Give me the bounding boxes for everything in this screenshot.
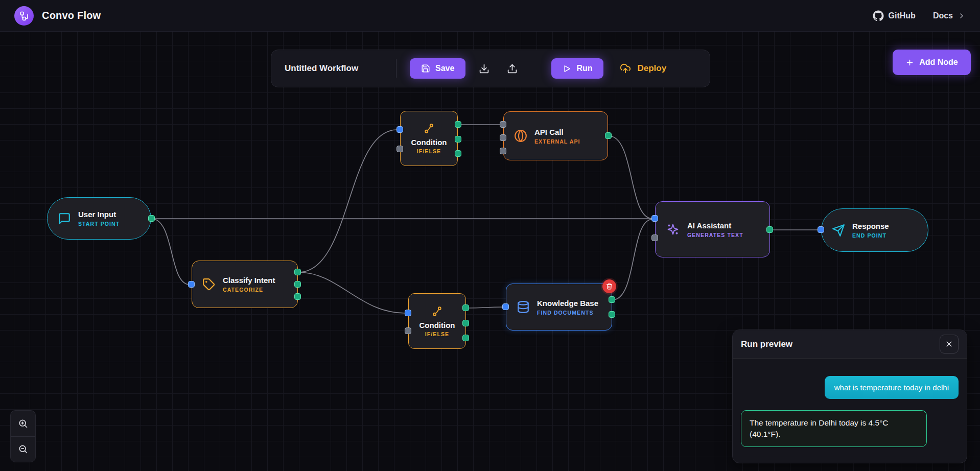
input-handle[interactable] [405,310,411,316]
app-logo [14,6,34,26]
database-icon [517,300,530,314]
run-button[interactable]: Run [551,58,603,79]
output-handle[interactable] [462,304,469,311]
output-handle[interactable] [148,215,155,222]
save-button[interactable]: Save [410,58,465,79]
output-handle[interactable] [455,136,461,143]
tag-icon [202,278,216,291]
input-handle[interactable] [500,121,506,128]
branch-icon [423,123,435,134]
deploy-button[interactable]: Deploy [613,58,673,79]
zoom-out-button[interactable] [11,437,35,462]
node-subtitle: IF/ELSE [425,331,449,337]
canvas[interactable]: User Input START POINT Condition IF/ELSE… [0,0,980,471]
nav-docs-label: Docs [933,11,953,20]
node-title: User Input [78,210,120,219]
input-handle[interactable] [188,281,195,288]
output-handle[interactable] [294,293,301,300]
edge-api-call-ai-assistant[interactable] [609,136,652,219]
download-icon [479,63,489,74]
node-subtitle: END POINT [852,232,889,239]
user-message-bubble: what is temperature today in delhi [825,376,959,399]
node-api-call[interactable]: API Call EXTERNAL API [503,111,608,160]
page-title: Convo Flow [42,10,101,21]
download-button[interactable] [475,59,494,78]
nav-docs-link[interactable]: Docs [933,11,966,20]
output-handle[interactable] [605,132,612,139]
output-handle[interactable] [294,281,301,288]
node-user-input[interactable]: User Input START POINT [47,197,151,240]
output-handle[interactable] [294,269,301,275]
output-handle[interactable] [462,320,469,326]
edge-classify-intent-condition-top[interactable] [298,130,397,272]
save-label: Save [435,64,454,73]
zoom-out-icon [18,444,28,454]
input-handle[interactable] [500,134,506,141]
input-handle[interactable] [396,146,403,152]
branch-icon [431,305,443,317]
play-icon [563,64,571,73]
add-node-button[interactable]: Add Node [893,50,971,75]
input-handle[interactable] [818,226,824,233]
toolbar-divider [396,59,396,78]
edge-classify-intent-condition-bottom[interactable] [298,272,406,313]
header-nav: GitHub Docs [873,10,966,21]
delete-node-button[interactable] [602,279,616,293]
plus-icon [905,58,914,67]
edge-user-input-classify-intent[interactable] [151,219,190,285]
output-handle[interactable] [766,226,773,233]
upload-icon [507,63,518,74]
app-header: Convo Flow GitHub Docs [0,0,980,32]
edge-condition-bottom-knowledge-base[interactable] [466,307,503,308]
close-button[interactable] [940,335,959,354]
run-preview-header: Run preview [733,330,967,359]
sparkles-icon [666,222,680,237]
node-response[interactable]: Response END POINT [821,208,928,252]
run-preview-title: Run preview [741,339,792,349]
node-subtitle: CATEGORIZE [223,287,275,293]
nav-github-label: GitHub [889,11,916,20]
node-title: Condition [411,138,447,147]
node-subtitle: GENERATES TEXT [687,232,743,238]
workflow-toolbar: Save Run Deploy [271,50,710,87]
node-classify-intent[interactable]: Classify Intent CATEGORIZE [192,261,298,308]
output-handle[interactable] [609,296,615,303]
node-subtitle: EXTERNAL API [534,138,580,145]
close-icon [945,340,953,348]
input-handle[interactable] [651,215,658,222]
globe-icon [514,129,527,143]
deploy-label: Deploy [637,63,666,74]
github-icon [873,10,884,21]
zoom-in-button[interactable] [11,411,35,436]
node-ai-assistant[interactable]: AI Assistant GENERATES TEXT [655,201,770,257]
run-preview-panel: Run preview what is temperature today in… [732,329,967,463]
input-handle[interactable] [405,327,411,334]
output-handle[interactable] [609,311,615,318]
run-label: Run [576,64,592,73]
node-knowledge-base[interactable]: Knowledge Base FIND DOCUMENTS [506,284,612,331]
node-subtitle: IF/ELSE [417,148,441,154]
output-handle[interactable] [455,121,461,128]
workflow-name-input[interactable] [284,63,383,74]
node-title: Response [852,222,889,230]
floppy-disk-icon [421,64,430,73]
node-subtitle: FIND DOCUMENTS [537,310,598,316]
output-handle[interactable] [462,335,469,341]
node-title: Classify Intent [223,276,275,285]
input-handle[interactable] [396,126,403,133]
input-handle[interactable] [500,148,506,154]
node-condition-bottom[interactable]: Condition IF/ELSE [408,293,466,349]
input-handle[interactable] [502,303,509,310]
nav-github-link[interactable]: GitHub [873,10,916,21]
add-node-label: Add Node [919,58,958,67]
output-handle[interactable] [455,150,461,157]
cloud-upload-icon [620,63,631,74]
upload-button[interactable] [503,59,522,78]
edge-knowledge-base-ai-assistant[interactable] [613,219,652,300]
zoom-in-icon [18,418,28,429]
chevron-right-icon [958,12,966,20]
trash-icon [606,283,613,290]
input-handle[interactable] [651,234,658,241]
node-condition-top[interactable]: Condition IF/ELSE [400,111,458,166]
node-title: AI Assistant [687,221,743,230]
